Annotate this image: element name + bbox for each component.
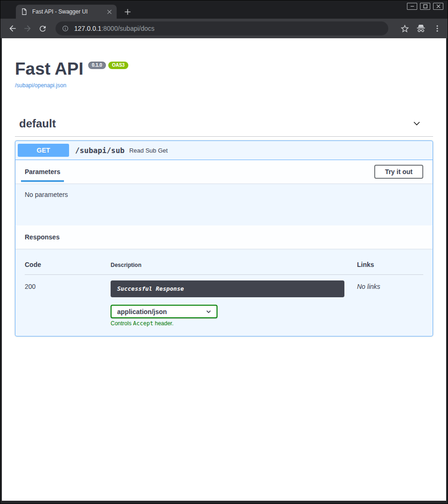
browser-titlebar: Fast API - Swagger UI: [0, 0, 448, 19]
try-it-out-button[interactable]: Try it out: [374, 165, 423, 179]
accept-header-hint: Controls Accept header.: [111, 320, 357, 327]
page-content: Fast API 0.1.0 OAS3 /subapi/openapi.json…: [2, 38, 446, 501]
response-description-cell: Successful Response application/json: [111, 280, 357, 327]
api-title: Fast API: [15, 60, 84, 78]
no-parameters-text: No parameters: [25, 191, 68, 198]
parameters-body: No parameters: [15, 183, 433, 225]
incognito-icon: [415, 23, 427, 34]
responses-title: Responses: [25, 233, 60, 241]
forward-icon[interactable]: [21, 22, 34, 35]
select-chevron-down-icon: [205, 308, 212, 315]
reload-icon[interactable]: [36, 22, 49, 35]
openapi-spec-link[interactable]: /subapi/openapi.json: [15, 82, 66, 89]
browser-window: Fast API - Swagger UI: [0, 0, 448, 504]
hint-code: Accept: [133, 320, 153, 327]
url-text: 127.0.0.1:8000/subapi/docs: [74, 25, 154, 32]
hint-suffix: header.: [153, 320, 173, 327]
operation-description: Read Sub Get: [129, 147, 168, 154]
media-type-select[interactable]: application/json: [111, 305, 217, 318]
version-badge: 0.1.0: [88, 62, 106, 69]
back-icon[interactable]: [6, 22, 19, 35]
tab-parameters[interactable]: Parameters: [25, 160, 60, 183]
column-header-description: Description: [111, 262, 357, 268]
active-tab-underline: [21, 180, 64, 182]
column-header-links: Links: [357, 261, 423, 268]
maximize-icon[interactable]: [420, 3, 430, 10]
tag-section-header[interactable]: default: [15, 117, 433, 137]
operation-summary[interactable]: GET /subapi/sub Read Sub Get: [15, 141, 433, 160]
browser-tab[interactable]: Fast API - Swagger UI: [16, 5, 117, 19]
response-links: No links: [357, 280, 423, 327]
swagger-ui: Fast API 0.1.0 OAS3 /subapi/openapi.json…: [2, 38, 446, 336]
responses-table-header: Code Description Links: [25, 255, 423, 275]
bookmark-star-icon[interactable]: [399, 23, 410, 34]
opblock-get: GET /subapi/sub Read Sub Get Parameters …: [15, 140, 433, 336]
address-bar[interactable]: 127.0.0.1:8000/subapi/docs: [56, 21, 388, 35]
responses-body: Code Description Links 200 Successful Re…: [15, 249, 433, 336]
api-badges: 0.1.0 OAS3: [88, 62, 128, 69]
browser-toolbar: 127.0.0.1:8000/subapi/docs: [0, 19, 448, 38]
api-info: Fast API 0.1.0 OAS3 /subapi/openapi.json: [15, 60, 433, 89]
parameters-header: Parameters Try it out: [15, 160, 433, 183]
window-controls: [407, 3, 443, 10]
url-host: 127.0.0.1: [74, 25, 101, 32]
url-path: :8000/subapi/docs: [101, 25, 154, 32]
tag-section: default GET /subapi/sub Read Sub Get: [15, 117, 433, 336]
minimize-icon[interactable]: [407, 3, 417, 10]
method-badge: GET: [18, 144, 69, 157]
tag-title: default: [19, 117, 56, 130]
window-close-icon[interactable]: [433, 3, 443, 10]
new-tab-icon[interactable]: [122, 7, 133, 17]
hint-prefix: Controls: [111, 320, 133, 327]
site-info-icon[interactable]: [62, 25, 69, 32]
responses-header: Responses: [15, 225, 433, 249]
response-row-200: 200 Successful Response application/json: [25, 275, 423, 327]
response-description-box: Successful Response: [111, 280, 344, 297]
tab-close-icon[interactable]: [105, 8, 113, 15]
oas3-badge: OAS3: [108, 62, 128, 69]
response-code: 200: [25, 280, 111, 327]
tab-title: Fast API - Swagger UI: [32, 8, 105, 15]
parameters-title: Parameters: [25, 168, 60, 175]
document-favicon-icon: [21, 8, 28, 15]
operation-path: /subapi/sub: [75, 146, 125, 155]
column-header-code: Code: [25, 261, 111, 268]
menu-dots-icon[interactable]: [432, 23, 443, 34]
media-type-value: application/json: [117, 308, 167, 315]
section-chevron-down-icon[interactable]: [412, 119, 422, 128]
